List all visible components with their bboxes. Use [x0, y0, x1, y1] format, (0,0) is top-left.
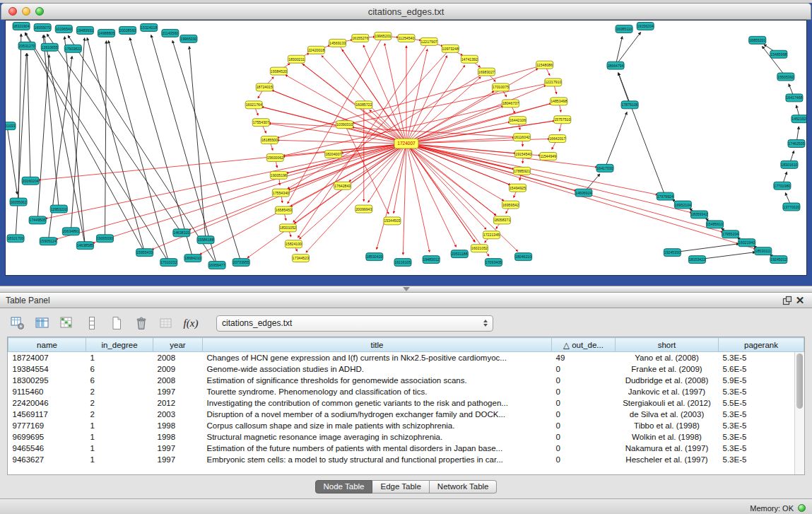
table-cell[interactable]: Wolkin et al. (1998) — [616, 431, 719, 443]
graph-node[interactable]: 14569133 — [329, 39, 346, 47]
column-header[interactable]: in_degree — [86, 338, 153, 352]
table-cell[interactable]: 1 — [86, 454, 153, 465]
graph-node[interactable]: 15485998 — [770, 50, 787, 58]
table-selector[interactable]: citations_edges.txt — [216, 315, 493, 332]
graph-node[interactable]: 14741392 — [461, 55, 478, 63]
close-panel-icon[interactable]: ✕ — [794, 294, 806, 307]
table-cell[interactable]: Dudbridge et al. (2008) — [616, 375, 719, 386]
graph-node[interactable]: 13770320 — [783, 203, 800, 211]
new-column-button[interactable] — [107, 315, 126, 332]
table-cell[interactable]: 5.3E-5 — [719, 352, 804, 363]
graph-edge[interactable] — [302, 64, 406, 144]
graph-node[interactable]: 21143560 — [162, 29, 179, 37]
graph-node[interactable]: 16116042 — [514, 134, 531, 141]
graph-edge[interactable] — [406, 144, 518, 251]
table-cell[interactable]: 1 — [86, 443, 153, 454]
graph-node[interactable]: 17010232 — [160, 259, 177, 267]
graph-node[interactable]: 18204007 — [325, 150, 342, 158]
graph-node[interactable]: 16442106 — [510, 117, 526, 124]
graph-node[interactable]: 14988805 — [98, 29, 114, 37]
graph-edge[interactable] — [406, 144, 597, 167]
graph-node[interactable]: 19245012 — [770, 256, 787, 264]
graph-node[interactable]: 20531270 — [18, 42, 35, 49]
table-cell[interactable]: 5.3E-5 — [719, 409, 804, 420]
table-cell[interactable]: Genome-wide association studies in ADHD. — [203, 363, 552, 375]
function-builder-button[interactable]: f(x) — [182, 315, 200, 332]
graph-node[interactable]: 17885921 — [514, 167, 531, 175]
graph-node[interactable]: 12953210 — [50, 205, 67, 213]
graph-node[interactable]: 19154540 — [515, 150, 532, 158]
graph-node[interactable]: 14638320 — [173, 229, 190, 237]
graph-node[interactable]: 10196540 — [55, 25, 72, 33]
graph-node[interactable]: 16642017 — [549, 135, 566, 143]
graph-node[interactable]: 16021764 — [245, 101, 262, 109]
graph-node[interactable]: 17554307 — [252, 119, 269, 127]
table-cell[interactable]: Stergiakouli et al. (2012) — [616, 397, 719, 409]
minimize-window-icon[interactable] — [22, 7, 30, 16]
graph-node[interactable]: 14853498 — [551, 98, 567, 105]
graph-node[interactable]: 15824100 — [285, 240, 302, 248]
table-cell[interactable]: de Silva et al. (2003) — [616, 409, 719, 420]
graph-edge[interactable] — [45, 144, 406, 218]
graph-edge[interactable] — [71, 38, 84, 232]
table-scrollbar-thumb[interactable] — [796, 354, 803, 409]
graph-node[interactable]: 19005196 — [270, 171, 287, 179]
table-cell[interactable]: 49 — [552, 352, 616, 363]
graph-node[interactable]: 17903822 — [64, 45, 81, 52]
graph-node[interactable]: 20634891 — [62, 228, 79, 235]
table-cell[interactable]: Nakamura et al. (1997) — [616, 443, 719, 454]
table-cell[interactable]: 1997 — [153, 454, 203, 465]
table-cell[interactable]: 5.3E-5 — [719, 431, 804, 443]
graph-node[interactable]: 20160204 — [22, 177, 39, 185]
table-cell[interactable]: 9463627 — [8, 454, 86, 465]
graph-node[interactable]: 18321700 — [7, 235, 24, 243]
graph-node[interactable]: 16055070 — [34, 23, 51, 31]
graph-edge[interactable] — [189, 47, 206, 240]
table-row[interactable]: 1456911722003Disruption of a novel membe… — [8, 409, 804, 420]
graph-node[interactable]: 16085110 — [616, 25, 632, 33]
graph-node[interactable]: 14521920 — [792, 115, 806, 123]
table-row[interactable]: 969969511998Structural magnetic resonanc… — [8, 431, 804, 443]
table-cell[interactable]: 5.3E-5 — [719, 420, 804, 431]
column-header[interactable]: short — [616, 338, 719, 352]
graph-node[interactable]: 15905124 — [40, 238, 57, 245]
table-cell[interactable]: 0 — [552, 420, 616, 431]
graph-node[interactable]: 18301052 — [279, 224, 296, 232]
graph-node[interactable]: 15955433 — [136, 249, 153, 257]
graph-node[interactable]: 18300211 — [288, 55, 305, 63]
graph-node[interactable]: 17979924 — [657, 192, 673, 200]
table-row[interactable]: 911546021997Tourette syndrome. Phenomeno… — [8, 386, 804, 397]
graph-node[interactable]: 17344523 — [292, 255, 309, 262]
graph-edge[interactable] — [618, 73, 665, 197]
divider-grip-icon[interactable] — [403, 287, 410, 291]
graph-node[interactable]: 18530111 — [755, 247, 772, 255]
table-cell[interactable]: Jankovic et al. (1997) — [616, 386, 719, 397]
graph-node[interactable]: 17701980 — [774, 182, 791, 189]
graph-edge[interactable] — [200, 144, 406, 255]
table-cell[interactable]: 0 — [552, 431, 616, 443]
table-cell[interactable]: 18300295 — [8, 375, 86, 386]
table-cell[interactable]: 0 — [552, 443, 616, 454]
table-cell[interactable]: 9777169 — [8, 420, 86, 431]
graph-edge[interactable] — [38, 144, 406, 180]
table-row[interactable]: 977716911998Corpus callosum shape and si… — [8, 420, 804, 431]
table-mode-button[interactable] — [8, 315, 27, 332]
graph-edge[interactable] — [406, 122, 510, 144]
table-cell[interactable]: 0 — [552, 375, 616, 386]
graph-node[interactable]: 11254540 — [398, 34, 415, 42]
table-cell[interactable]: 2 — [86, 386, 153, 397]
table-cell[interactable]: Disruption of a novel member of a sodium… — [203, 409, 552, 420]
graph-node[interactable]: 18684210 — [184, 255, 201, 262]
column-header[interactable]: title — [203, 338, 552, 352]
tab-edge-table[interactable]: Edge Table — [372, 480, 429, 493]
table-cell[interactable]: 1 — [86, 431, 153, 443]
graph-edge[interactable] — [406, 144, 576, 191]
network-window-titlebar[interactable]: citations_edges.txt — [1, 3, 811, 20]
graph-node[interactable]: 17449505 — [29, 216, 46, 224]
table-row[interactable]: 1872400712008Changes of HCN gene express… — [8, 352, 804, 363]
graph-node[interactable]: 19384520 — [270, 67, 287, 75]
graph-node[interactable]: 15485610 — [707, 221, 724, 228]
graph-node[interactable]: 18664794 — [607, 62, 624, 69]
graph-node[interactable]: 15324018 — [141, 23, 158, 31]
column-header[interactable]: year — [153, 338, 203, 352]
